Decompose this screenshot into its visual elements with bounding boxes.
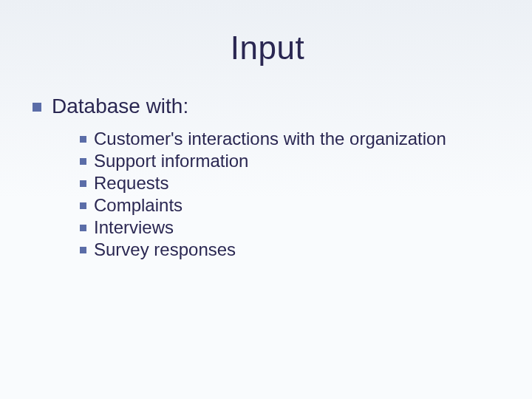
list-item: Requests	[80, 173, 502, 194]
level2-text: Survey responses	[94, 239, 236, 260]
level1-item: Database with:	[33, 95, 502, 118]
square-bullet-icon	[80, 180, 86, 187]
square-bullet-icon	[80, 158, 86, 165]
list-item: Survey responses	[80, 239, 502, 260]
list-item: Complaints	[80, 195, 502, 216]
level2-text: Interviews	[94, 217, 174, 238]
slide-title: Input	[33, 30, 502, 66]
square-bullet-icon	[33, 103, 41, 112]
square-bullet-icon	[80, 136, 86, 143]
list-item: Customer's interactions with the organiz…	[80, 129, 502, 149]
square-bullet-icon	[80, 225, 86, 231]
square-bullet-icon	[80, 202, 86, 209]
level2-text: Requests	[94, 173, 168, 194]
list-item: Interviews	[80, 217, 502, 238]
list-item: Support information	[80, 151, 502, 171]
level1-text: Database with:	[52, 95, 188, 118]
square-bullet-icon	[80, 247, 86, 253]
level2-text: Support information	[94, 151, 248, 171]
level2-text: Customer's interactions with the organiz…	[94, 129, 446, 149]
level2-list: Customer's interactions with the organiz…	[80, 129, 502, 260]
level2-text: Complaints	[94, 195, 183, 216]
